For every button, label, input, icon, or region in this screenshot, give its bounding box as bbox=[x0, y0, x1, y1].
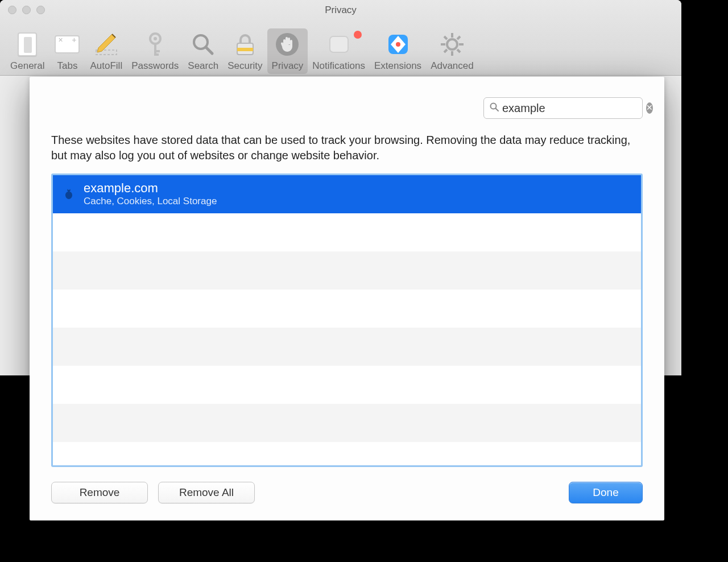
search-icon bbox=[490, 102, 499, 114]
svg-line-25 bbox=[496, 108, 499, 111]
tab-label: Search bbox=[188, 60, 218, 72]
tab-security[interactable]: Security bbox=[223, 28, 267, 74]
svg-line-22 bbox=[457, 36, 460, 39]
search-field[interactable]: ✕ bbox=[483, 97, 643, 119]
tab-label: Privacy bbox=[272, 60, 304, 72]
site-favicon-icon bbox=[63, 188, 76, 201]
empty-row bbox=[53, 251, 641, 290]
titlebar: Privacy General Tabs AutoFill Passwor bbox=[0, 0, 681, 76]
website-detail: Cache, Cookies, Local Storage bbox=[84, 196, 217, 207]
hand-icon bbox=[274, 31, 301, 58]
svg-rect-3 bbox=[154, 43, 156, 55]
tab-label: Passwords bbox=[131, 60, 179, 72]
tab-extensions[interactable]: Extensions bbox=[370, 28, 426, 74]
switch-icon bbox=[14, 31, 41, 58]
empty-row bbox=[53, 404, 641, 442]
tab-notifications[interactable]: Notifications bbox=[308, 28, 370, 74]
svg-point-15 bbox=[447, 39, 457, 49]
tab-label: AutoFill bbox=[90, 60, 122, 72]
website-data-list[interactable]: example.com Cache, Cookies, Local Storag… bbox=[51, 173, 643, 467]
key-icon bbox=[142, 31, 169, 58]
clear-search-icon[interactable]: ✕ bbox=[646, 102, 653, 114]
svg-line-7 bbox=[206, 47, 212, 53]
done-button[interactable]: Done bbox=[569, 482, 643, 503]
tab-label: Extensions bbox=[374, 60, 421, 72]
lock-icon bbox=[231, 31, 259, 58]
tab-tabs[interactable]: Tabs bbox=[49, 28, 85, 74]
tab-label: Notifications bbox=[312, 60, 365, 72]
remove-button[interactable]: Remove bbox=[51, 482, 148, 503]
search-input[interactable] bbox=[502, 102, 646, 115]
preferences-toolbar: General Tabs AutoFill Passwords bbox=[6, 28, 478, 74]
notification-badge-icon bbox=[354, 31, 362, 39]
puzzle-icon bbox=[384, 31, 412, 58]
tab-autofill[interactable]: AutoFill bbox=[85, 28, 127, 74]
tab-advanced[interactable]: Advanced bbox=[426, 28, 478, 74]
tabs-icon bbox=[53, 31, 81, 58]
tab-passwords[interactable]: Passwords bbox=[127, 28, 183, 74]
svg-rect-5 bbox=[154, 53, 159, 56]
empty-row bbox=[53, 290, 641, 328]
svg-rect-12 bbox=[330, 36, 348, 52]
svg-point-14 bbox=[396, 42, 400, 47]
empty-row bbox=[53, 213, 641, 251]
pencil-icon bbox=[93, 31, 120, 58]
sheet-description: These websites have stored data that can… bbox=[51, 133, 643, 163]
notification-icon bbox=[325, 31, 353, 58]
magnifier-icon bbox=[189, 31, 217, 58]
tab-label: General bbox=[10, 60, 44, 72]
tab-label: Tabs bbox=[57, 60, 78, 72]
sheet-buttons: Remove Remove All Done bbox=[51, 482, 643, 503]
tab-label: Advanced bbox=[431, 60, 474, 72]
remove-all-button[interactable]: Remove All bbox=[158, 482, 255, 503]
svg-point-2 bbox=[154, 37, 157, 40]
empty-row bbox=[53, 366, 641, 404]
svg-rect-4 bbox=[154, 50, 160, 52]
website-domain: example.com bbox=[84, 181, 217, 195]
svg-line-23 bbox=[444, 49, 447, 52]
website-data-sheet: ✕ These websites have stored data that c… bbox=[30, 77, 664, 520]
tab-search[interactable]: Search bbox=[183, 28, 223, 74]
tab-general[interactable]: General bbox=[6, 28, 49, 74]
gear-icon bbox=[439, 31, 466, 58]
empty-row bbox=[53, 328, 641, 366]
svg-line-20 bbox=[444, 36, 447, 39]
svg-rect-9 bbox=[237, 48, 253, 51]
website-row[interactable]: example.com Cache, Cookies, Local Storag… bbox=[53, 175, 641, 213]
svg-line-21 bbox=[457, 49, 460, 52]
window-title: Privacy bbox=[0, 5, 681, 16]
tab-label: Security bbox=[228, 60, 262, 72]
tab-privacy[interactable]: Privacy bbox=[267, 28, 308, 74]
